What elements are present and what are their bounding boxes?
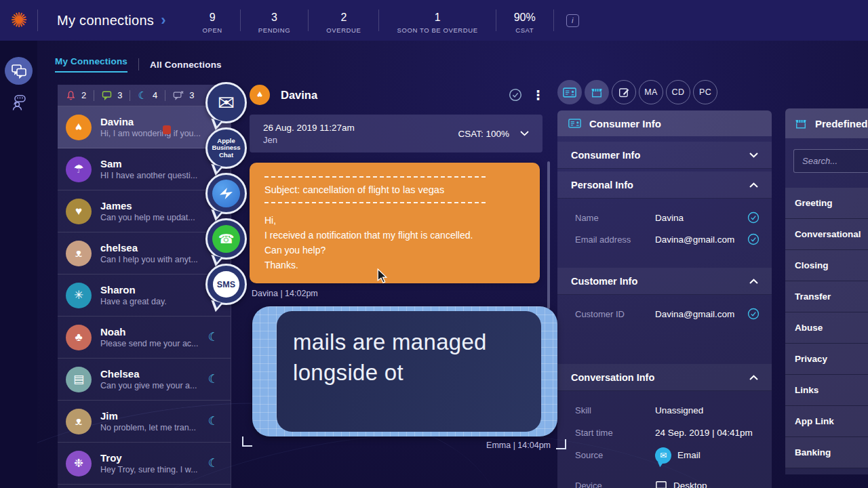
palm-avatar-icon: ♣ [75, 331, 82, 343]
messenger-channel-badge [205, 173, 247, 214]
compose-widget-button[interactable] [612, 80, 636, 104]
connection-row-james[interactable]: ♥ JamesCan you help me updat... [58, 190, 231, 232]
widget-badge: CD [672, 87, 685, 97]
personal-info-fields: Name Davina Email address Davina@gmail.c… [557, 199, 772, 254]
moon-icon[interactable]: ☾ [138, 91, 146, 100]
contact-name: Chelsea [100, 367, 222, 380]
section-title: Consumer Info [571, 150, 640, 161]
filter-count: 3 [117, 90, 122, 100]
rail-item-contacts[interactable] [9, 94, 28, 112]
predefined-item-greeting[interactable]: Greeting [785, 188, 868, 219]
field-label: Email address [575, 235, 655, 245]
contact-avatar: ▤ [66, 367, 92, 392]
email-body-line: Can you help? [264, 243, 525, 258]
contact-name: James [100, 199, 222, 212]
predefined-item-closing[interactable]: Closing [785, 250, 868, 281]
widget-button-ma[interactable]: MA [639, 80, 663, 104]
consumer-info-panel-header: Consumer Info [557, 110, 772, 136]
connection-row-sam[interactable]: ☂ SamHI I have another questi... [58, 148, 231, 190]
resolve-check-icon[interactable] [509, 88, 522, 102]
tab-all-connections[interactable]: All Connections [150, 60, 222, 70]
field-value: Unassigned [655, 405, 703, 415]
caption-inner: mails are managed longside ot [277, 311, 541, 432]
consumer-email-message: Subject: cancellation of flight to las v… [250, 163, 540, 283]
contact-avatar: ♥ [66, 115, 92, 140]
stat-pending: 3 PENDING [241, 7, 308, 34]
kebab-menu-icon[interactable]: ⋮ [532, 89, 545, 102]
chevron-up-icon [749, 375, 758, 380]
divider [37, 9, 38, 31]
wheel-avatar-icon: ✳ [74, 289, 83, 301]
divider [94, 90, 94, 101]
filter-count: 4 [153, 90, 157, 100]
connection-row-chelsea2[interactable]: ▤ ChelseaCan you give me your a... ☾ [58, 359, 231, 401]
chevron-down-icon[interactable] [520, 131, 529, 136]
consumer-info-panel: Consumer Info Consumer Info Personal Inf… [557, 110, 772, 488]
tab-my-connections[interactable]: My Connections [55, 56, 127, 73]
caption-line: mails are managed [293, 327, 541, 358]
predefined-item-links[interactable]: Links [785, 375, 868, 406]
filter-count: 2 [81, 90, 86, 100]
connection-row-chelsea[interactable]: ᴥ chelseaCan I help you with anyt... [58, 232, 231, 274]
rail-item-connections[interactable] [5, 57, 33, 85]
contact-name: chelsea [100, 241, 222, 254]
consumer-info-widget-button[interactable] [557, 80, 582, 104]
chat-closed-icon[interactable] [173, 90, 184, 100]
contact-avatar: ✳ [66, 283, 92, 308]
predefined-search [785, 138, 868, 188]
snoozed-moon-icon: ☾ [208, 372, 218, 386]
predefined-item-privacy[interactable]: Privacy [785, 344, 868, 375]
customer-info-fields: Customer ID Davina@gmail.com [557, 295, 772, 329]
chat-bubble-icon[interactable] [102, 90, 112, 100]
sms-icon: SMS [213, 271, 239, 298]
brand-logo-icon[interactable]: ✺ [0, 0, 37, 41]
predefined-content-panel: Predefined C Greeting Conversational Clo… [785, 108, 868, 474]
connection-row-jim[interactable]: ᴥ JimNo problem, let me tran... ☾ [58, 401, 231, 443]
predefined-content-widget-button[interactable] [585, 80, 609, 104]
predefined-item-banking[interactable]: Banking [785, 437, 868, 468]
email-body-line: Hi, [264, 213, 525, 228]
connection-row-troy[interactable]: ❉ TroyHey Troy, sure thing. I w... ☾ [58, 443, 231, 485]
section-personal-info[interactable]: Personal Info [557, 171, 772, 199]
predefined-item-abuse[interactable]: Abuse [785, 312, 868, 344]
connection-row-noah[interactable]: ♣ NoahPlease send me your ac... ☾ [58, 317, 231, 359]
field-start-time: Start time 24 Sep. 2019 | 04:41pm [557, 422, 772, 444]
widget-badge: MA [644, 87, 658, 97]
search-input[interactable] [793, 149, 868, 173]
chevron-up-icon [749, 182, 758, 188]
heart-avatar-icon: ♥ [75, 205, 82, 217]
section-consumer-info[interactable]: Consumer Info [557, 142, 772, 169]
email-source-icon: ✉ [655, 447, 671, 464]
chat-avatar: ♥ [250, 85, 270, 105]
section-conversation-info[interactable]: Conversation Info [557, 364, 772, 391]
bell-icon[interactable] [66, 90, 76, 101]
section-customer-info[interactable]: Customer Info [557, 268, 772, 295]
title-chevron-icon[interactable]: › [161, 12, 165, 29]
sms-channel-badge: SMS [205, 264, 247, 305]
messenger-icon [212, 180, 240, 207]
contact-avatar: ♣ [66, 325, 92, 350]
divider [130, 90, 130, 101]
widget-button-pc[interactable]: PC [693, 80, 717, 104]
predefined-item-transfer[interactable]: Transfer [785, 281, 868, 312]
contact-avatar: ♥ [66, 199, 92, 224]
message-preview: Hey Troy, sure thing. I w... [100, 464, 222, 476]
email-body-line: I received a notification that my flight… [264, 228, 525, 243]
snoozed-moon-icon: ☾ [208, 414, 218, 428]
info-icon[interactable]: i [566, 14, 579, 27]
predefined-item-conversational[interactable]: Conversational [785, 219, 868, 250]
chat-scrollbar[interactable] [547, 161, 550, 309]
field-email: Email address Davina@gmail.com [557, 228, 772, 250]
connection-row-davina[interactable]: ♥ DavinaHi, I am wondering if you... [58, 106, 231, 148]
contact-avatar: ❉ [66, 451, 92, 476]
id-card-icon [563, 87, 576, 98]
contact-name: Sharon [100, 283, 222, 296]
widget-button-cd[interactable]: CD [666, 80, 690, 104]
contact-name: Troy [100, 451, 222, 464]
message-preview: HI I have another questi... [100, 170, 222, 182]
connection-row-sharon[interactable]: ✳ SharonHave a great day. [58, 274, 231, 317]
stat-value: 1 [397, 12, 477, 24]
predefined-item-app-link[interactable]: App Link [785, 406, 868, 437]
contact-name: Noah [100, 325, 222, 338]
message-preview: Please send me your ac... [100, 338, 222, 350]
